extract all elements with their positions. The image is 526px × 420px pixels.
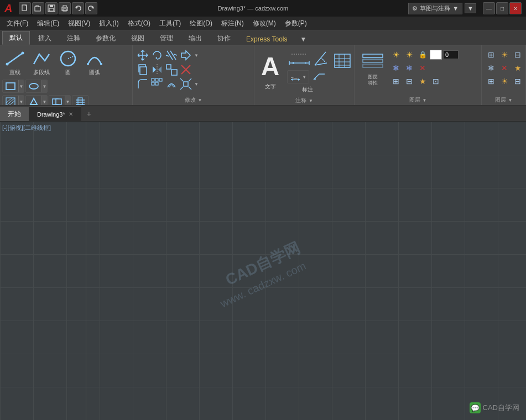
align-tool[interactable] <box>72 95 88 106</box>
redo-button[interactable] <box>85 2 97 14</box>
menu-tools[interactable]: 工具(T) <box>155 17 185 30</box>
menu-draw[interactable]: 绘图(D) <box>185 17 217 30</box>
trim-dropdown[interactable]: ▼ <box>194 49 199 62</box>
array-dropdown[interactable]: ▼ <box>194 77 199 91</box>
print-button[interactable] <box>59 2 71 14</box>
tab-more-button[interactable]: ▼ <box>295 34 311 45</box>
leader-tool[interactable] <box>310 70 328 83</box>
copy-tool[interactable] <box>136 63 149 76</box>
annotation-expand-icon[interactable]: ▼ <box>309 98 313 103</box>
lock-icon[interactable]: 🔒 <box>416 49 429 61</box>
properties-icon5[interactable]: ❄ <box>485 62 497 74</box>
menu-modify[interactable]: 修改(M) <box>248 17 280 30</box>
properties-icon7[interactable]: ★ <box>512 62 524 74</box>
array-tool[interactable] <box>150 77 164 91</box>
tab-annotation[interactable]: 注释 <box>60 32 87 45</box>
svg-rect-3 <box>50 5 53 7</box>
dim-dropdown-arrow[interactable]: ▼ <box>302 75 306 80</box>
mirror-tool[interactable] <box>150 63 164 76</box>
ellipse-dropdown[interactable]: ▼ <box>41 80 47 92</box>
tab-express-tools[interactable]: Express Tools <box>239 33 294 45</box>
region-tool[interactable]: ▼ <box>25 95 48 106</box>
move-tool[interactable] <box>136 49 149 62</box>
new-button[interactable] <box>19 2 31 14</box>
red-layer-icon[interactable]: ✕ <box>416 62 429 74</box>
trim-tool[interactable] <box>165 49 178 62</box>
new-drawing-button[interactable]: + <box>81 107 97 121</box>
save-button[interactable] <box>45 2 58 14</box>
tab-default[interactable]: 默认 <box>2 31 30 45</box>
properties-icon2[interactable]: ☀ <box>498 49 511 61</box>
freeze-icon[interactable]: ❄ <box>390 62 402 74</box>
properties-icon10[interactable]: ☀ <box>498 75 511 87</box>
tab-manage[interactable]: 管理 <box>153 32 180 45</box>
menu-edit[interactable]: 编辑(E) <box>33 17 64 30</box>
offset-tool[interactable] <box>165 77 178 91</box>
rectangle-dropdown[interactable]: ▼ <box>18 80 24 92</box>
menu-param[interactable]: 参数(P) <box>280 17 311 30</box>
minimize-button[interactable]: — <box>483 2 495 14</box>
freeze2-icon[interactable]: ❄ <box>403 62 415 74</box>
layers-expand-icon[interactable]: ▼ <box>423 98 427 103</box>
properties-icon3[interactable]: ⊟ <box>512 49 524 61</box>
main-viewport[interactable]: [-][俯视][二维线框] CAD自学网 www. cadzxw. com 💬 … <box>0 122 526 420</box>
scale-tool[interactable] <box>165 63 178 76</box>
sun2-icon[interactable]: ☀ <box>403 49 415 61</box>
maximize-button[interactable]: □ <box>496 2 508 14</box>
fillet-tool[interactable] <box>136 77 149 91</box>
linear-dim-tool[interactable] <box>287 50 311 69</box>
block-dropdown[interactable]: ▼ <box>65 96 70 106</box>
text-tool[interactable]: A 文字 <box>258 49 283 92</box>
rectangle-tool[interactable]: ▼ <box>2 80 24 93</box>
menu-insert[interactable]: 插入(I) <box>95 17 123 30</box>
menu-dimension[interactable]: 标注(N) <box>217 17 248 30</box>
rotate-tool[interactable] <box>150 49 164 62</box>
table-tool[interactable] <box>332 49 352 73</box>
polyline-tool[interactable]: 多段线 <box>29 48 54 77</box>
tab-output[interactable]: 输出 <box>181 32 209 45</box>
properties-icon11[interactable]: ⊟ <box>512 75 524 87</box>
layer-color-swatch[interactable] <box>430 50 442 60</box>
workspace-settings-button[interactable]: ▼ <box>465 3 476 13</box>
layer-number-input[interactable]: 0 <box>443 50 459 59</box>
layer-tool2[interactable]: ⊟ <box>403 75 415 87</box>
properties-expand-icon[interactable]: ▼ <box>508 98 513 103</box>
layer-manager-label: 图层特性 <box>368 74 378 86</box>
sun-icon[interactable]: ☀ <box>390 49 402 61</box>
stretch-tool[interactable] <box>179 49 192 62</box>
undo-button[interactable] <box>72 2 84 14</box>
open-button[interactable] <box>32 2 44 14</box>
close-button[interactable]: ✕ <box>509 2 522 14</box>
arc-tool[interactable]: 圆弧 <box>82 48 107 77</box>
block-tool[interactable]: ▼ <box>49 95 71 106</box>
dim-dropdown[interactable]: ▼ <box>287 70 309 83</box>
menu-file[interactable]: 文件(F) <box>2 17 33 30</box>
workspace-dropdown[interactable]: ⚙ 草图与注释 ▼ <box>408 3 462 14</box>
tab-insert[interactable]: 插入 <box>31 32 59 45</box>
layer-manager-button[interactable]: 图层特性 <box>358 49 388 87</box>
circle-tool[interactable]: 圆 <box>55 48 81 77</box>
layer-tool1[interactable]: ⊞ <box>390 75 402 87</box>
tab-view[interactable]: 视图 <box>124 32 152 45</box>
line-tool[interactable]: 直线 <box>2 48 28 77</box>
drawing3-tab[interactable]: Drawing3* ✕ <box>29 107 81 121</box>
erase-tool[interactable] <box>179 63 192 76</box>
modify-expand-icon[interactable]: ▼ <box>198 98 202 103</box>
tab-parametric[interactable]: 参数化 <box>88 32 123 45</box>
properties-icon9[interactable]: ⊞ <box>485 75 497 87</box>
layer-tool3[interactable]: ★ <box>416 75 429 87</box>
properties-icon6[interactable]: ✕ <box>498 62 511 74</box>
ellipse-tool[interactable]: ▼ <box>25 80 48 93</box>
angular-dim-tool[interactable] <box>313 50 328 69</box>
menu-format[interactable]: 格式(O) <box>123 17 155 30</box>
drawing3-close-icon[interactable]: ✕ <box>69 111 73 117</box>
layer-tool4[interactable]: ⊡ <box>430 75 442 87</box>
properties-icon1[interactable]: ⊞ <box>485 49 497 61</box>
menu-view[interactable]: 视图(V) <box>64 17 95 30</box>
start-tab[interactable]: 开始 <box>0 107 29 121</box>
explode-tool[interactable] <box>179 77 192 91</box>
hatch-tool[interactable]: ▼ <box>2 95 24 106</box>
hatch-dropdown[interactable]: ▼ <box>18 96 24 106</box>
region-dropdown[interactable]: ▼ <box>41 96 47 106</box>
tab-collaborate[interactable]: 协作 <box>210 32 238 45</box>
